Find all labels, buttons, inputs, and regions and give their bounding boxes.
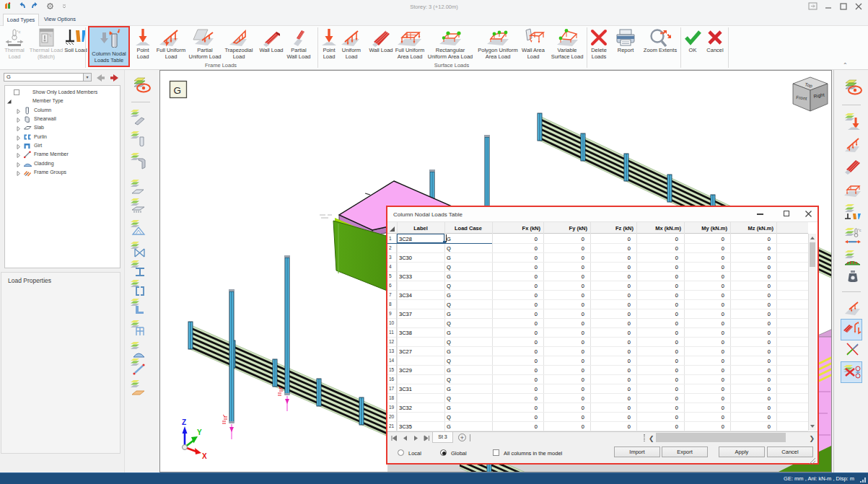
svg-text:Z: Z (182, 418, 186, 426)
svg-text:Y: Y (197, 428, 202, 436)
svg-text:°c: °c (17, 30, 20, 34)
svg-text:G: G (174, 85, 182, 96)
svg-text:°c: °c (858, 228, 862, 232)
svg-text:X: X (202, 452, 207, 460)
svg-text:°c: °c (48, 33, 52, 38)
